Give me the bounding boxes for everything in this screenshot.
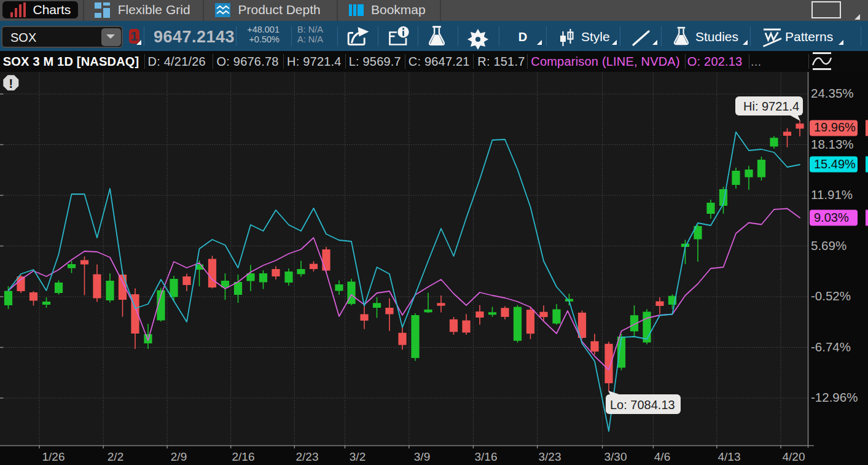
svg-text:3/30: 3/30 bbox=[604, 450, 627, 463]
svg-text:3/9: 3/9 bbox=[414, 450, 430, 463]
svg-text:3/23: 3/23 bbox=[539, 450, 561, 463]
svg-text:!: ! bbox=[9, 76, 13, 90]
svg-text:4/6: 4/6 bbox=[654, 450, 670, 463]
svg-text:2/2: 2/2 bbox=[108, 450, 123, 463]
svg-text:15.49%: 15.49% bbox=[814, 157, 856, 171]
svg-text:3/16: 3/16 bbox=[475, 450, 498, 463]
svg-text:24.35%: 24.35% bbox=[811, 86, 854, 100]
svg-text:4/20: 4/20 bbox=[783, 450, 805, 463]
svg-text:-12.96%: -12.96% bbox=[811, 390, 858, 404]
svg-text:5.69%: 5.69% bbox=[811, 238, 846, 252]
svg-text:11.91%: 11.91% bbox=[811, 187, 853, 201]
svg-text:2/16: 2/16 bbox=[232, 450, 255, 463]
svg-text:3/2: 3/2 bbox=[350, 450, 366, 463]
svg-text:2/9: 2/9 bbox=[171, 450, 187, 463]
svg-text:Lo: 7084.13: Lo: 7084.13 bbox=[610, 398, 675, 412]
svg-text:18.13%: 18.13% bbox=[811, 137, 854, 151]
svg-text:9.03%: 9.03% bbox=[814, 211, 849, 224]
svg-text:-6.74%: -6.74% bbox=[811, 340, 851, 354]
svg-text:Hi: 9721.4: Hi: 9721.4 bbox=[743, 100, 799, 113]
svg-text:-0.52%: -0.52% bbox=[811, 289, 851, 303]
svg-text:19.96%: 19.96% bbox=[814, 120, 856, 134]
svg-text:4/13: 4/13 bbox=[718, 450, 741, 463]
svg-text:2/23: 2/23 bbox=[296, 450, 319, 463]
svg-text:1/26: 1/26 bbox=[42, 450, 65, 463]
